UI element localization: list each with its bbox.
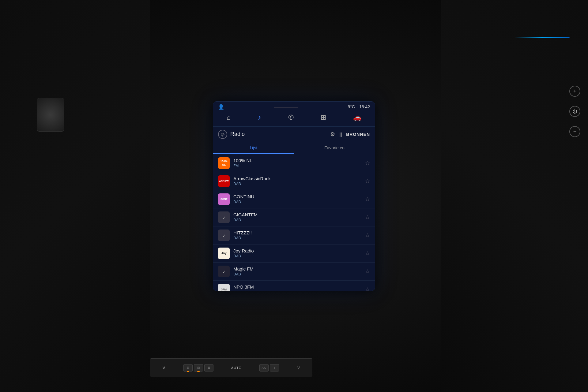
nav-home[interactable]: ⌂ — [221, 112, 237, 123]
station-info-continu: CONTINU DAB — [233, 194, 363, 204]
phys-btn-ac[interactable]: A/C — [259, 364, 269, 371]
favorite-star-magic[interactable]: ☆ — [365, 268, 370, 275]
phys-btn-3[interactable]: ⊠ — [204, 364, 213, 371]
station-logo-magic: ♪ — [218, 266, 230, 277]
favorite-star-joy[interactable]: ☆ — [365, 250, 370, 257]
car-background: + ⏻ − 👤 9°C 16:42 ⌂ ♪ — [0, 0, 588, 392]
chevron-down-right[interactable]: ∨ — [297, 365, 300, 371]
station-list: 100%NL 100% NL FM ☆ ARROW ArrowClassicRo… — [213, 154, 375, 291]
station-name-arrow: ArrowClassicRock — [233, 176, 363, 181]
apps-icon: ⊞ — [321, 114, 326, 121]
tab-favorieten[interactable]: Favorieten — [294, 142, 375, 154]
home-icon: ⌂ — [227, 114, 231, 121]
volume-knob[interactable] — [37, 98, 64, 132]
status-bar: 👤 9°C 16:42 — [213, 102, 375, 111]
station-info-arrow: ArrowClassicRock DAB — [233, 176, 363, 186]
station-logo-joy: Joy — [218, 248, 230, 259]
nav-media[interactable]: ♪ — [252, 112, 267, 123]
equalizer-icon[interactable]: ||| — [339, 132, 342, 137]
favorite-star-gigant[interactable]: ☆ — [365, 214, 370, 221]
physical-buttons-group: ⊞ ⊟ ⊠ — [183, 364, 213, 371]
radio-title: Radio — [230, 131, 245, 137]
station-type-100nl: FM — [233, 164, 363, 168]
station-type-hitzzz: DAB — [233, 236, 363, 240]
station-name-hitzzz: HITZZZ!! — [233, 230, 363, 235]
nav-car[interactable]: 🚗 — [347, 112, 368, 123]
left-panel — [0, 0, 150, 392]
station-type-npo3fm: DAB — [233, 290, 363, 291]
bottom-controls-panel: ∨ ⊞ ⊟ ⊠ AUTO A/C ↕ ∨ — [150, 358, 312, 377]
blue-accent-line — [514, 37, 570, 38]
right-panel: + ⏻ − — [441, 0, 588, 392]
temperature-display: 9°C — [348, 104, 355, 109]
favorite-star-arrow[interactable]: ☆ — [365, 178, 370, 185]
station-type-joy: DAB — [233, 254, 363, 258]
right-controls: + ⏻ − — [569, 86, 580, 137]
station-name-npo3fm: NPO 3FM — [233, 284, 363, 289]
station-item-magic[interactable]: ♪ Magic FM DAB ☆ — [213, 263, 375, 281]
station-item-gigant[interactable]: ♪ GIGANTFM DAB ☆ — [213, 208, 375, 226]
bronnen-button[interactable]: BRONNEN — [346, 132, 370, 137]
screen-header: ◎ Radio ⚙ ||| BRONNEN — [213, 127, 375, 142]
station-item-npo3fm[interactable]: 3FM NPO 3FM DAB ☆ — [213, 281, 375, 291]
station-item-joy[interactable]: Joy Joy Radio DAB ☆ — [213, 245, 375, 263]
station-name-100nl: 100% NL — [233, 158, 363, 163]
phys-btn-2[interactable]: ⊟ — [194, 364, 203, 371]
radio-icon-circle: ◎ — [218, 130, 227, 139]
station-info-hitzzz: HITZZZ!! DAB — [233, 230, 363, 240]
station-name-continu: CONTINU — [233, 194, 363, 199]
header-left: ◎ Radio — [218, 130, 245, 139]
station-item-hitzzz[interactable]: ♪ HITZZZ!! DAB ☆ — [213, 226, 375, 245]
station-info-gigant: GIGANTFM DAB — [233, 212, 363, 222]
status-left: 👤 — [218, 104, 224, 110]
radio-circle-icon: ◎ — [221, 132, 224, 137]
station-logo-hitzzz: ♪ — [218, 230, 230, 241]
music-icon: ♪ — [258, 114, 261, 121]
station-item-arrow[interactable]: ARROW ArrowClassicRock DAB ☆ — [213, 172, 375, 190]
tab-lijst[interactable]: Lijst — [213, 142, 294, 154]
station-type-magic: DAB — [233, 272, 363, 276]
nav-bar: ⌂ ♪ ✆ ⊞ 🚗 — [213, 111, 375, 127]
phone-icon: ✆ — [288, 114, 294, 121]
volume-minus-button[interactable]: − — [569, 126, 580, 137]
station-info-joy: Joy Radio DAB — [233, 248, 363, 258]
station-info-npo3fm: NPO 3FM DAB — [233, 284, 363, 291]
station-name-magic: Magic FM — [233, 266, 363, 271]
nav-apps[interactable]: ⊞ — [315, 112, 332, 123]
power-button[interactable]: ⏻ — [569, 106, 580, 117]
car-icon: 🚗 — [353, 114, 361, 121]
station-type-continu: DAB — [233, 200, 363, 204]
settings-icon[interactable]: ⚙ — [330, 131, 335, 138]
time-display: 16:42 — [359, 104, 370, 109]
station-type-gigant: DAB — [233, 218, 363, 222]
tab-bar: Lijst Favorieten — [213, 142, 375, 154]
station-logo-npo3fm: 3FM — [218, 284, 230, 291]
station-info-magic: Magic FM DAB — [233, 266, 363, 276]
favorite-star-100nl[interactable]: ☆ — [365, 160, 370, 166]
favorite-star-continu[interactable]: ☆ — [365, 196, 370, 203]
phys-btn-r1[interactable]: ↕ — [270, 364, 279, 371]
favorite-star-npo3fm[interactable]: ☆ — [365, 286, 370, 291]
station-logo-100nl: 100%NL — [218, 157, 230, 169]
station-item-100nl[interactable]: 100%NL 100% NL FM ☆ — [213, 154, 375, 172]
station-info-100nl: 100% NL FM — [233, 158, 363, 168]
profile-icon: 👤 — [218, 104, 224, 110]
favorite-star-hitzzz[interactable]: ☆ — [365, 232, 370, 239]
station-name-joy: Joy Radio — [233, 248, 363, 253]
station-item-continu[interactable]: CONT CONTINU DAB ☆ — [213, 190, 375, 208]
auto-group: AUTO — [231, 366, 242, 370]
header-right: ⚙ ||| BRONNEN — [330, 131, 370, 138]
volume-plus-button[interactable]: + — [569, 86, 580, 97]
station-type-arrow: DAB — [233, 182, 363, 186]
station-logo-arrow: ARROW — [218, 175, 230, 187]
auto-label: AUTO — [231, 366, 242, 370]
station-logo-continu: CONT — [218, 193, 230, 205]
chevron-down-left[interactable]: ∨ — [162, 365, 166, 371]
station-logo-gigant: ♪ — [218, 211, 230, 223]
status-right: 9°C 16:42 — [348, 104, 370, 109]
main-screen: 👤 9°C 16:42 ⌂ ♪ ✆ ⊞ — [213, 101, 375, 291]
phys-btn-1[interactable]: ⊞ — [183, 364, 193, 371]
right-phys-group: A/C ↕ — [259, 364, 279, 371]
station-name-gigant: GIGANTFM — [233, 212, 363, 217]
nav-phone[interactable]: ✆ — [282, 112, 300, 123]
